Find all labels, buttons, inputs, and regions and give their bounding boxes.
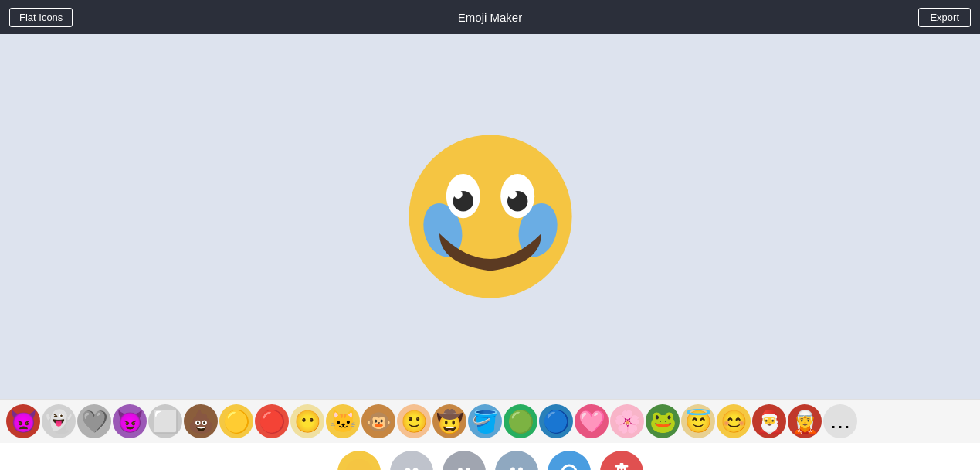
- emoji-strip-item-devil-purple[interactable]: 😈: [113, 404, 147, 438]
- emoji-strip-item-gray2[interactable]: ⬜: [148, 404, 182, 438]
- app-title: Emoji Maker: [458, 11, 522, 24]
- face-cry-button[interactable]: [495, 451, 538, 470]
- svg-point-10: [398, 459, 425, 470]
- export-button[interactable]: Export: [918, 8, 971, 27]
- svg-point-9: [345, 459, 372, 470]
- emoji-strip-item-yellow-circle[interactable]: 🟡: [219, 404, 253, 438]
- emoji-strip-item-green-circle[interactable]: 🟢: [504, 404, 537, 438]
- emoji-strip-item-blue-circle[interactable]: 🔵: [539, 404, 573, 438]
- emoji-preview: [405, 131, 575, 301]
- emoji-strip-item-gray-circle[interactable]: 🩶: [77, 404, 111, 438]
- face-yellow-button[interactable]: [337, 451, 381, 470]
- emoji-strip-item-red-circle[interactable]: 🔴: [255, 404, 289, 438]
- canvas-area: [0, 34, 980, 399]
- face-eyes-button[interactable]: [390, 451, 433, 470]
- emoji-strip-item-ghost[interactable]: 👻: [42, 404, 76, 438]
- emoji-strip-item-angel[interactable]: 😇: [681, 404, 715, 438]
- emoji-strip-item-flower[interactable]: 🌸: [610, 404, 644, 438]
- emoji-strip-item-cat[interactable]: 🐱: [326, 404, 360, 438]
- delete-button[interactable]: [600, 451, 643, 470]
- reset-button[interactable]: [548, 451, 591, 470]
- emoji-strip-item-bucket[interactable]: 🪣: [468, 404, 502, 438]
- emoji-strip-item-pink-circle[interactable]: 🩷: [575, 404, 609, 438]
- svg-point-18: [503, 459, 530, 470]
- emoji-strip-item-santa[interactable]: 🎅: [752, 404, 786, 438]
- svg-rect-26: [619, 463, 623, 466]
- app-header: Flat Icons Emoji Maker Export: [0, 0, 980, 34]
- emoji-strip-item-devil[interactable]: 👿: [6, 404, 40, 438]
- svg-point-15: [450, 459, 477, 470]
- emoji-strip-item-frog[interactable]: 🐸: [646, 404, 680, 438]
- emoji-strip-item-peach[interactable]: 🙂: [397, 404, 431, 438]
- emoji-strip-item-more[interactable]: …: [823, 404, 857, 438]
- emoji-strip-item-pale-face[interactable]: 😶: [290, 404, 324, 438]
- emoji-strip-item-yellow2[interactable]: 😊: [717, 404, 751, 438]
- emoji-strip-item-poop[interactable]: 💩: [184, 404, 218, 438]
- svg-point-8: [508, 190, 517, 199]
- emoji-selector-strip: 👿👻🩶😈⬜💩🟡🔴😶🐱🐵🙂🤠🪣🟢🔵🩷🌸🐸😇😊🎅🧝…: [0, 399, 980, 443]
- emoji-strip-item-cowboy[interactable]: 🤠: [432, 404, 466, 438]
- emoji-strip-item-monkey[interactable]: 🐵: [361, 404, 395, 438]
- flat-icons-button[interactable]: Flat Icons: [9, 8, 73, 27]
- emoji-strip-item-elf[interactable]: 🧝: [788, 404, 822, 438]
- emoji-svg: [405, 131, 575, 301]
- svg-point-7: [453, 190, 462, 199]
- face-smile-button[interactable]: [443, 451, 486, 470]
- bottom-panel: 👿👻🩶😈⬜💩🟡🔴😶🐱🐵🙂🤠🪣🟢🔵🩷🌸🐸😇😊🎅🧝…: [0, 399, 980, 470]
- action-buttons-strip: [0, 443, 980, 470]
